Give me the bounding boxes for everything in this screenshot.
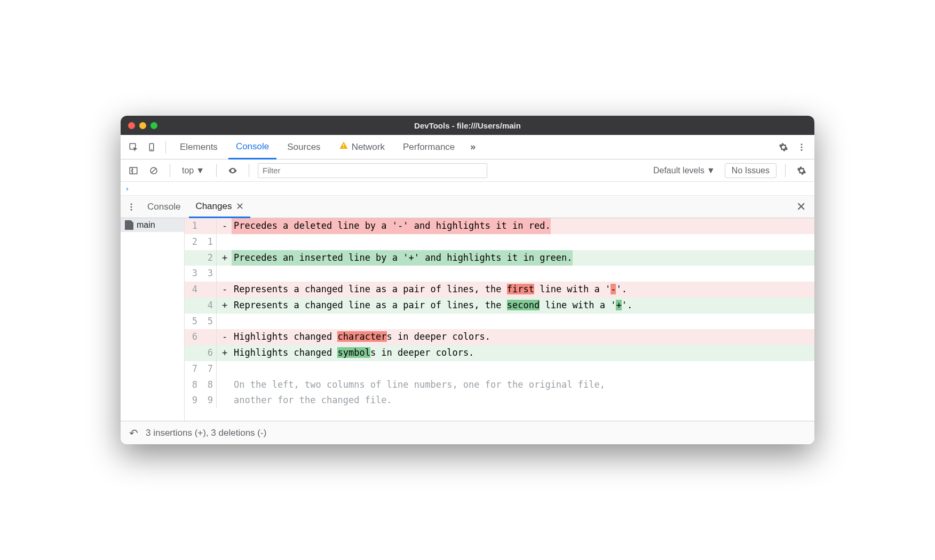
separator [165,141,166,154]
file-tree-item[interactable]: main [121,218,184,232]
changes-summary: 3 insertions (+), 3 deletions (-) [146,428,266,438]
file-tree: main [121,218,185,421]
tab-network[interactable]: Network [331,135,392,159]
line-number-new: 6 [201,345,217,361]
line-number-old: 8 [185,377,201,393]
inspect-element-icon[interactable] [126,140,141,155]
changes-panel: main 1-Precedes a deleted line by a '-' … [121,218,814,421]
warning-icon [339,141,348,153]
diff-content: Represents a changed line as a pair of l… [232,282,814,298]
diff-row: 99another for the changed file. [185,393,814,409]
diff-content: Precedes an inserted line by a '+' and h… [232,250,573,266]
drawer-tab-changes-label: Changes [195,201,232,212]
log-levels-selector[interactable]: Default levels ▼ [649,166,719,175]
live-expression-icon[interactable] [225,163,240,178]
diff-marker: + [218,250,232,266]
diff-row: 88On the left, two columns of line numbe… [185,377,814,393]
drawer-menu-icon[interactable] [124,199,139,214]
device-toggle-icon[interactable] [144,140,159,155]
diff-content: another for the changed file. [232,393,814,409]
console-prompt[interactable]: › [121,182,814,196]
chevron-down-icon: ▼ [707,166,715,175]
file-name: main [137,220,155,230]
diff-content: On the left, two columns of line numbers… [232,377,814,393]
levels-label: Default levels [653,166,704,175]
separator [249,164,249,177]
diff-marker: + [218,298,232,314]
diff-content [232,266,814,282]
line-number-new [201,218,217,234]
line-number-new: 5 [201,314,217,330]
settings-icon[interactable] [776,140,791,155]
diff-row: 4+Represents a changed line as a pair of… [185,298,814,314]
tab-elements[interactable]: Elements [172,135,225,159]
devtools-window: DevTools - file:///Users/main Elements C… [121,116,814,444]
diff-content: Represents a changed line as a pair of l… [232,298,814,314]
svg-point-7 [801,149,803,150]
diff-marker [218,266,232,282]
line-number-new: 7 [201,361,217,377]
console-toolbar: top ▼ Default levels ▼ No Issues [121,159,814,182]
line-number-old: 4 [185,282,201,298]
main-toolbar: Elements Console Sources Network Perform… [121,135,814,159]
clear-console-icon[interactable] [146,163,161,178]
tab-performance[interactable]: Performance [395,135,462,159]
revert-icon[interactable]: ↶ [129,427,138,439]
line-number-old: 9 [185,393,201,409]
tab-console[interactable]: Console [228,135,276,159]
tab-network-label: Network [352,142,385,153]
console-sidebar-toggle-icon[interactable] [126,163,141,178]
filter-input[interactable] [258,163,487,178]
diff-content [232,234,814,250]
line-number-new: 2 [201,250,217,266]
drawer-tab-changes[interactable]: Changes ✕ [189,196,250,218]
diff-marker [218,377,232,393]
file-icon [125,220,133,230]
fullscreen-window-button[interactable] [150,122,157,129]
drawer-tab-console[interactable]: Console [141,196,187,218]
issues-button[interactable]: No Issues [725,163,776,178]
window-title: DevTools - file:///Users/main [121,121,814,130]
diff-content: Precedes a deleted line by a '-' and hig… [232,218,551,234]
diff-marker: - [218,329,232,345]
diff-content: Highlights changed symbols in deeper col… [232,345,814,361]
diff-view[interactable]: 1-Precedes a deleted line by a '-' and h… [185,218,814,421]
diff-marker: + [218,345,232,361]
diff-row: 2+Precedes an inserted line by a '+' and… [185,250,814,266]
line-number-new: 3 [201,266,217,282]
kebab-menu-icon[interactable] [794,140,809,155]
diff-row: 1-Precedes a deleted line by a '-' and h… [185,218,814,234]
line-number-old: 5 [185,314,201,330]
titlebar: DevTools - file:///Users/main [121,116,814,135]
svg-rect-8 [130,167,137,174]
tab-sources[interactable]: Sources [280,135,328,159]
close-window-button[interactable] [128,122,135,129]
line-number-old [185,345,201,361]
line-number-old [185,298,201,314]
minimize-window-button[interactable] [139,122,146,129]
changes-footer: ↶ 3 insertions (+), 3 deletions (-) [121,421,814,444]
close-tab-icon[interactable]: ✕ [236,201,244,212]
svg-rect-3 [343,144,344,147]
svg-rect-4 [343,147,344,148]
diff-marker [218,314,232,330]
diff-marker: - [218,282,232,298]
svg-point-12 [131,203,132,205]
separator [170,164,170,177]
line-number-old: 2 [185,234,201,250]
line-number-old: 3 [185,266,201,282]
line-number-new: 1 [201,234,217,250]
separator [785,164,786,177]
diff-row: 33 [185,266,814,282]
console-settings-icon[interactable] [794,163,809,178]
svg-line-11 [152,168,156,173]
close-drawer-icon[interactable]: ✕ [796,200,811,214]
more-tabs-button[interactable]: » [465,140,480,155]
line-number-new: 8 [201,377,217,393]
diff-row: 4-Represents a changed line as a pair of… [185,282,814,298]
chevron-down-icon: ▼ [196,166,204,175]
diff-row: 6-Highlights changed characters in deepe… [185,329,814,345]
line-number-new: 9 [201,393,217,409]
execution-context-selector[interactable]: top ▼ [179,165,208,177]
line-number-new: 4 [201,298,217,314]
